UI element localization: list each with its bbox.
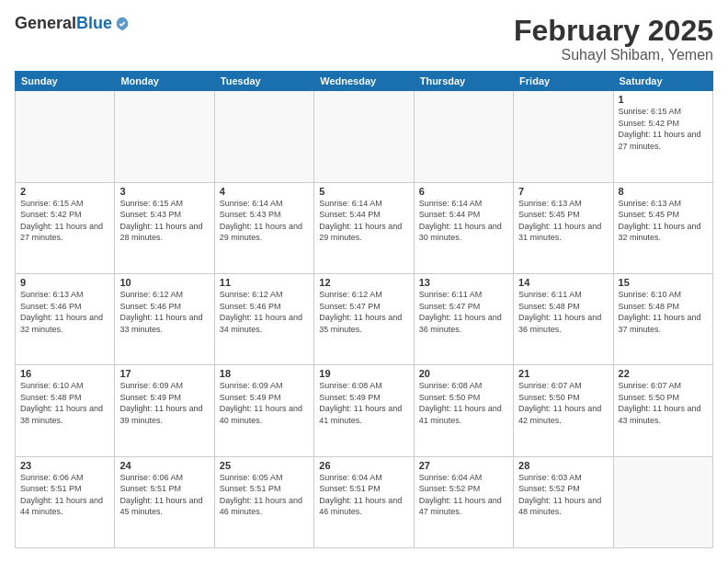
day-number: 20 [419, 368, 508, 379]
day-info: Sunrise: 6:12 AM Sunset: 5:47 PM Dayligh… [319, 289, 408, 335]
calendar-day-header: Friday [514, 72, 613, 91]
day-number: 2 [20, 186, 109, 197]
table-row [314, 91, 414, 182]
table-row: 20Sunrise: 6:08 AM Sunset: 5:50 PM Dayli… [414, 365, 513, 456]
day-info: Sunrise: 6:10 AM Sunset: 5:48 PM Dayligh… [20, 380, 109, 426]
table-row: 23Sunrise: 6:06 AM Sunset: 5:51 PM Dayli… [16, 456, 115, 547]
table-row: 5Sunrise: 6:14 AM Sunset: 5:44 PM Daylig… [314, 182, 414, 273]
day-info: Sunrise: 6:14 AM Sunset: 5:44 PM Dayligh… [319, 198, 408, 244]
title-block: February 2025 Suhayl Shibam, Yemen [514, 15, 713, 63]
table-row: 26Sunrise: 6:04 AM Sunset: 5:51 PM Dayli… [314, 456, 414, 547]
table-row: 22Sunrise: 6:07 AM Sunset: 5:50 PM Dayli… [613, 365, 712, 456]
calendar-day-header: Thursday [414, 72, 513, 91]
calendar-week-row: 16Sunrise: 6:10 AM Sunset: 5:48 PM Dayli… [16, 365, 713, 456]
day-number: 25 [220, 460, 309, 471]
table-row: 12Sunrise: 6:12 AM Sunset: 5:47 PM Dayli… [314, 273, 414, 364]
table-row: 10Sunrise: 6:12 AM Sunset: 5:46 PM Dayli… [115, 273, 214, 364]
day-number: 23 [20, 460, 109, 471]
table-row: 3Sunrise: 6:15 AM Sunset: 5:43 PM Daylig… [115, 182, 214, 273]
day-info: Sunrise: 6:15 AM Sunset: 5:42 PM Dayligh… [619, 106, 708, 152]
calendar-day-header: Tuesday [214, 72, 313, 91]
table-row: 1Sunrise: 6:15 AM Sunset: 5:42 PM Daylig… [613, 91, 712, 182]
day-number: 15 [619, 277, 708, 288]
day-number: 18 [220, 368, 309, 379]
table-row: 11Sunrise: 6:12 AM Sunset: 5:46 PM Dayli… [214, 273, 313, 364]
sub-title: Suhayl Shibam, Yemen [514, 47, 713, 63]
calendar-table: SundayMondayTuesdayWednesdayThursdayFrid… [15, 71, 713, 548]
calendar-day-header: Monday [115, 72, 214, 91]
main-title: February 2025 [514, 15, 713, 47]
day-number: 6 [419, 186, 508, 197]
day-number: 16 [20, 368, 109, 379]
calendar-week-row: 1Sunrise: 6:15 AM Sunset: 5:42 PM Daylig… [16, 91, 713, 182]
table-row [16, 91, 115, 182]
day-info: Sunrise: 6:07 AM Sunset: 5:50 PM Dayligh… [619, 380, 708, 426]
day-info: Sunrise: 6:15 AM Sunset: 5:43 PM Dayligh… [119, 198, 209, 244]
table-row: 19Sunrise: 6:08 AM Sunset: 5:49 PM Dayli… [314, 365, 414, 456]
day-info: Sunrise: 6:13 AM Sunset: 5:45 PM Dayligh… [518, 198, 608, 244]
day-number: 22 [619, 368, 708, 379]
table-row: 27Sunrise: 6:04 AM Sunset: 5:52 PM Dayli… [414, 456, 513, 547]
day-info: Sunrise: 6:04 AM Sunset: 5:51 PM Dayligh… [319, 472, 408, 518]
day-number: 5 [319, 186, 408, 197]
day-info: Sunrise: 6:07 AM Sunset: 5:50 PM Dayligh… [518, 380, 608, 426]
logo-icon [114, 16, 131, 32]
calendar-header-row: SundayMondayTuesdayWednesdayThursdayFrid… [16, 72, 713, 91]
day-number: 8 [619, 186, 708, 197]
day-info: Sunrise: 6:09 AM Sunset: 5:49 PM Dayligh… [220, 380, 309, 426]
table-row: 9Sunrise: 6:13 AM Sunset: 5:46 PM Daylig… [16, 273, 115, 364]
day-info: Sunrise: 6:03 AM Sunset: 5:52 PM Dayligh… [518, 472, 608, 518]
table-row [613, 456, 712, 547]
table-row: 14Sunrise: 6:11 AM Sunset: 5:48 PM Dayli… [514, 273, 613, 364]
day-info: Sunrise: 6:12 AM Sunset: 5:46 PM Dayligh… [220, 289, 309, 335]
table-row: 13Sunrise: 6:11 AM Sunset: 5:47 PM Dayli… [414, 273, 513, 364]
table-row: 21Sunrise: 6:07 AM Sunset: 5:50 PM Dayli… [514, 365, 613, 456]
day-info: Sunrise: 6:08 AM Sunset: 5:50 PM Dayligh… [419, 380, 508, 426]
day-number: 13 [419, 277, 508, 288]
day-info: Sunrise: 6:10 AM Sunset: 5:48 PM Dayligh… [619, 289, 708, 335]
table-row [115, 91, 214, 182]
calendar-day-header: Sunday [16, 72, 115, 91]
table-row [514, 91, 613, 182]
header: GeneralBlue February 2025 Suhayl Shibam,… [15, 15, 713, 63]
day-info: Sunrise: 6:04 AM Sunset: 5:52 PM Dayligh… [419, 472, 508, 518]
calendar-week-row: 9Sunrise: 6:13 AM Sunset: 5:46 PM Daylig… [16, 273, 713, 364]
day-number: 17 [119, 368, 209, 379]
day-number: 10 [119, 277, 209, 288]
day-info: Sunrise: 6:13 AM Sunset: 5:46 PM Dayligh… [20, 289, 109, 335]
page: GeneralBlue February 2025 Suhayl Shibam,… [0, 0, 728, 563]
table-row: 16Sunrise: 6:10 AM Sunset: 5:48 PM Dayli… [16, 365, 115, 456]
day-info: Sunrise: 6:06 AM Sunset: 5:51 PM Dayligh… [119, 472, 209, 518]
day-number: 9 [20, 277, 109, 288]
day-number: 11 [220, 277, 309, 288]
day-number: 21 [518, 368, 608, 379]
table-row: 6Sunrise: 6:14 AM Sunset: 5:44 PM Daylig… [414, 182, 513, 273]
table-row [414, 91, 513, 182]
calendar-day-header: Saturday [613, 72, 712, 91]
day-info: Sunrise: 6:13 AM Sunset: 5:45 PM Dayligh… [619, 198, 708, 244]
day-number: 12 [319, 277, 408, 288]
day-number: 19 [319, 368, 408, 379]
table-row: 24Sunrise: 6:06 AM Sunset: 5:51 PM Dayli… [115, 456, 214, 547]
day-number: 1 [619, 94, 708, 105]
day-number: 7 [518, 186, 608, 197]
day-info: Sunrise: 6:14 AM Sunset: 5:43 PM Dayligh… [220, 198, 309, 244]
day-info: Sunrise: 6:11 AM Sunset: 5:47 PM Dayligh… [419, 289, 508, 335]
day-number: 26 [319, 460, 408, 471]
calendar-week-row: 2Sunrise: 6:15 AM Sunset: 5:42 PM Daylig… [16, 182, 713, 273]
day-number: 28 [518, 460, 608, 471]
day-number: 3 [119, 186, 209, 197]
logo-blue: Blue [76, 14, 112, 32]
table-row: 15Sunrise: 6:10 AM Sunset: 5:48 PM Dayli… [613, 273, 712, 364]
table-row: 18Sunrise: 6:09 AM Sunset: 5:49 PM Dayli… [214, 365, 313, 456]
logo-general: General [15, 14, 76, 32]
table-row: 2Sunrise: 6:15 AM Sunset: 5:42 PM Daylig… [16, 182, 115, 273]
table-row: 28Sunrise: 6:03 AM Sunset: 5:52 PM Dayli… [514, 456, 613, 547]
calendar-day-header: Wednesday [314, 72, 414, 91]
day-info: Sunrise: 6:08 AM Sunset: 5:49 PM Dayligh… [319, 380, 408, 426]
table-row: 25Sunrise: 6:05 AM Sunset: 5:51 PM Dayli… [214, 456, 313, 547]
table-row: 4Sunrise: 6:14 AM Sunset: 5:43 PM Daylig… [214, 182, 313, 273]
table-row: 8Sunrise: 6:13 AM Sunset: 5:45 PM Daylig… [613, 182, 712, 273]
table-row [214, 91, 313, 182]
calendar-week-row: 23Sunrise: 6:06 AM Sunset: 5:51 PM Dayli… [16, 456, 713, 547]
